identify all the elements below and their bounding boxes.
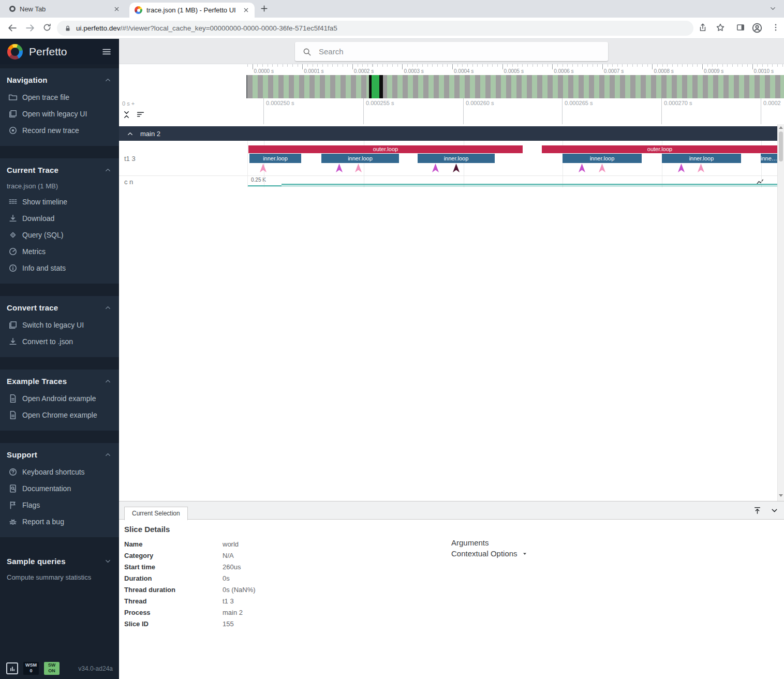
sidebar-item-download[interactable]: Download [0, 210, 119, 227]
slice-inner-loop[interactable]: inner.loop [563, 154, 642, 163]
chevron-up-icon[interactable] [104, 166, 112, 174]
time-labels-canvas: 0.000250 s0.000255 s0.000260 s0.000265 s… [247, 98, 784, 124]
counter-segment[interactable] [248, 185, 282, 187]
url-bar[interactable]: ui.perfetto.dev/#!/viewer?local_cache_ke… [57, 21, 693, 36]
sidebar-item-open-chrome-example[interactable]: Open Chrome example [0, 407, 119, 423]
time-gridline [661, 98, 662, 124]
search-input[interactable] [319, 47, 608, 56]
sidebar-item-metrics[interactable]: Metrics [0, 243, 119, 260]
collapse-panel-icon[interactable] [770, 506, 779, 517]
instant-marker-magenta[interactable] [579, 164, 585, 172]
ruler-canvas: 0.0000 s0.0001 s0.0002 s0.0003 s0.0004 s… [247, 64, 784, 75]
sidebar-item-label: Record new trace [22, 126, 79, 135]
tab-list-chevron-icon[interactable] [769, 5, 777, 12]
section-header-sample-queries[interactable]: Sample queries [0, 552, 119, 570]
ruler-major-tick [752, 64, 753, 69]
instant-marker-magenta[interactable] [336, 164, 343, 172]
close-icon[interactable] [243, 7, 249, 13]
share-icon[interactable] [698, 23, 707, 32]
process-group-header[interactable]: main 2 [119, 126, 777, 141]
minimap-selection[interactable] [369, 75, 383, 98]
sidebar-item-convert-to-json[interactable]: Convert to .json [0, 333, 119, 350]
sidebar-item-switch-to-legacy-ui[interactable]: Switch to legacy UI [0, 317, 119, 333]
instant-marker-magenta[interactable] [678, 164, 685, 172]
chevron-up-icon[interactable] [104, 451, 112, 459]
collapse-tracks-icon[interactable] [122, 110, 131, 121]
section-note[interactable]: Compute summary statistics [0, 570, 119, 585]
sidebar-section-navigation: NavigationOpen trace fileOpen with legac… [0, 68, 119, 146]
hamburger-menu-icon[interactable] [101, 47, 112, 57]
slice-inner-loop[interactable]: inner.loop [662, 154, 741, 163]
sidebar-item-documentation[interactable]: Documentation [0, 480, 119, 497]
instant-marker-selected[interactable] [453, 164, 460, 172]
instant-marker-pink[interactable] [599, 164, 605, 172]
help-icon [8, 467, 18, 477]
slice-outer-loop[interactable]: outer.loop [248, 145, 523, 153]
ruler-tick-label: 0.0010 s [754, 68, 774, 74]
avatar-icon[interactable] [751, 22, 763, 34]
slice-inner-loop[interactable]: inner.loop [761, 154, 777, 163]
sidebar-item-flags[interactable]: Flags [0, 497, 119, 513]
section-header-example-traces[interactable]: Example Traces [0, 372, 119, 390]
kebab-menu-icon[interactable] [771, 23, 780, 32]
sidebar-item-info-and-stats[interactable]: Info and stats [0, 260, 119, 276]
bar-chart-icon[interactable] [6, 662, 18, 674]
instant-marker-pink[interactable] [355, 164, 362, 172]
track-sort-icon[interactable] [136, 110, 145, 121]
slice-inner-loop[interactable]: inner.loop [321, 154, 399, 163]
ruler-major-tick [602, 64, 603, 69]
section-header-navigation[interactable]: Navigation [0, 70, 119, 89]
sidebar-item-record-new-trace[interactable]: Record new trace [0, 122, 119, 139]
back-icon[interactable] [7, 23, 18, 33]
sidebar-item-query-sql[interactable]: Query (SQL) [0, 227, 119, 243]
detail-label: Slice ID [124, 620, 223, 628]
section-header-support[interactable]: Support [0, 445, 119, 464]
slice-inner-loop[interactable]: inner.loop [249, 154, 301, 163]
refresh-icon[interactable] [42, 23, 52, 32]
sidebar-item-report-a-bug[interactable]: Report a bug [0, 513, 119, 530]
browser-tab-new-tab[interactable]: New Tab [4, 0, 125, 18]
chevron-up-icon[interactable] [104, 76, 112, 84]
time-gridline [363, 98, 364, 124]
sidebar-item-open-android-example[interactable]: Open Android example [0, 390, 119, 407]
sidebar-item-keyboard-shortcuts[interactable]: Keyboard shortcuts [0, 464, 119, 480]
counter-track-canvas[interactable]: 0.25 K [247, 176, 777, 187]
sidebar-item-label: Documentation [22, 484, 71, 493]
chevron-down-icon[interactable] [104, 557, 112, 565]
close-icon[interactable] [113, 6, 120, 12]
contextual-options-button[interactable]: Contextual Options [451, 549, 528, 558]
instant-marker-magenta[interactable] [432, 164, 439, 172]
timeline-minimap[interactable] [247, 75, 784, 98]
sidebar-item-show-timeline[interactable]: Show timeline [0, 194, 119, 210]
browser-tab-perfetto[interactable]: trace.json (1 MB) - Perfetto UI [129, 3, 255, 18]
sidebar-item-open-with-legacy-ui[interactable]: Open with legacy UI [0, 106, 119, 122]
scrollbar-down-icon[interactable] [779, 494, 783, 497]
scrollbar-up-icon[interactable] [779, 126, 783, 129]
slice-inner-loop[interactable]: inner.loop [418, 154, 495, 163]
search-box[interactable] [295, 42, 608, 61]
counter-segment[interactable] [282, 184, 777, 187]
instant-marker-pink[interactable] [698, 164, 704, 172]
section-note[interactable]: trace.json (1 MB) [0, 179, 119, 194]
scroll-to-top-icon[interactable] [753, 506, 762, 517]
sidebar-item-open-trace-file[interactable]: Open trace file [0, 89, 119, 106]
section-header-convert-trace[interactable]: Convert trace [0, 298, 119, 317]
detail-label: Thread [124, 597, 223, 605]
sidebar-section-sample-queries: Sample queriesCompute summary statistics [0, 550, 119, 592]
star-icon[interactable] [716, 23, 725, 32]
detail-row: Duration0s [124, 572, 784, 584]
chevron-up-icon[interactable] [104, 304, 112, 312]
instant-marker-pink[interactable] [260, 164, 267, 172]
tab-current-selection[interactable]: Current Selection [124, 507, 188, 520]
tracks-scrollbar[interactable] [777, 124, 784, 501]
chevron-up-icon[interactable] [104, 377, 112, 385]
ruler-major-tick [352, 64, 353, 69]
forward-icon[interactable] [25, 23, 35, 33]
chevron-up-icon[interactable] [126, 130, 134, 138]
side-panel-icon[interactable] [736, 23, 745, 32]
section-header-current-trace[interactable]: Current Trace [0, 160, 119, 179]
new-tab-button[interactable] [260, 4, 269, 13]
thread-track-canvas[interactable]: outer.loopouter.loopinner.loopinner.loop… [247, 141, 777, 175]
slice-outer-loop[interactable]: outer.loop [542, 145, 777, 153]
scrollbar-thumb[interactable] [779, 131, 783, 161]
